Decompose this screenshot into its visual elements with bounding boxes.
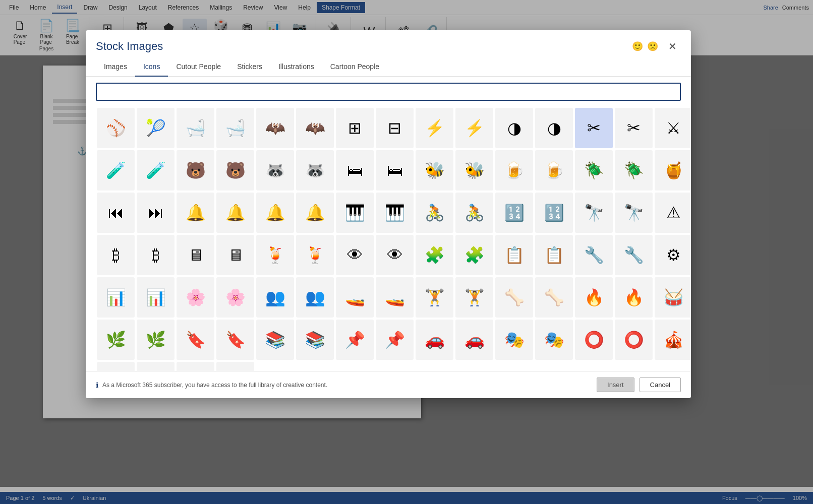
icon-cell-bee[interactable]: 🐝	[416, 150, 453, 191]
icon-cell-bookmark[interactable]: 🔖	[177, 320, 214, 360]
insert-button[interactable]: Insert	[597, 377, 634, 392]
icon-cell-boat2[interactable]: 🚤	[376, 277, 414, 318]
icon-cell-gear[interactable]: ⚙	[655, 235, 691, 275]
icon-cell-bodybuilder[interactable]: 🏋	[416, 277, 453, 318]
icon-cell-circle2[interactable]: ⭕	[615, 320, 653, 360]
icon-cell-books2[interactable]: 📚	[296, 320, 334, 360]
icon-cell-beer-mug[interactable]: 🍺	[535, 150, 573, 191]
icon-cell-car[interactable]: 🚗	[416, 320, 453, 360]
icon-cell-bells[interactable]: 🔔	[256, 193, 294, 233]
icon-cell-beer[interactable]: 🍺	[495, 150, 533, 191]
icon-cell-beetle2[interactable]: 🪲	[615, 150, 653, 191]
icon-cell-bonsai4[interactable]: 🌿	[137, 320, 175, 360]
icon-cell-bells2[interactable]: 🔔	[296, 193, 334, 233]
icon-cell-blender[interactable]: 🍹	[256, 235, 294, 275]
icon-cell-billboard2[interactable]: 🎹	[376, 193, 414, 233]
cancel-button[interactable]: Cancel	[640, 377, 681, 392]
icon-cell-bell[interactable]: 🔔	[177, 193, 214, 233]
icon-grid-container[interactable]: ⚾🎾🛁🛁🦇🦇⊞⊟⚡⚡◑◑✂✂⚔⚔🧪🧪🐻🐻🦝🦝🛏🛏🐝🐝🍺🍺🪲🪲🍯🍯⏮⏭🔔🔔🔔🔔🎹🎹…	[86, 107, 691, 371]
icon-cell-blocks[interactable]: 🧩	[416, 235, 453, 275]
icon-cell-bonfire[interactable]: 🔥	[575, 277, 613, 318]
icon-cell-baseball[interactable]: ⚾	[97, 108, 135, 148]
icon-cell-car2[interactable]: 🚗	[455, 320, 493, 360]
icon-cell-tent[interactable]: 🎪	[655, 320, 691, 360]
icon-cell-target[interactable]: 🎯	[97, 362, 135, 371]
icon-cell-binary[interactable]: 🔢	[495, 193, 533, 233]
icon-cell-flask[interactable]: 🧪	[97, 150, 135, 191]
icon-cell-lightning2[interactable]: ⚡	[455, 108, 493, 148]
icon-cell-chart2[interactable]: 📊	[137, 277, 175, 318]
dialog-close-button[interactable]: ✕	[664, 38, 681, 54]
icon-cell-books[interactable]: 📚	[256, 320, 294, 360]
icon-cell-bone2[interactable]: 🦴	[535, 277, 573, 318]
search-input[interactable]	[96, 83, 681, 101]
icon-cell-bonsai2[interactable]: 🌸	[216, 277, 254, 318]
icon-cell-binoculars2[interactable]: 🔭	[615, 193, 653, 233]
icon-cell-eye-blocked2[interactable]: 👁	[376, 235, 414, 275]
icon-cell-boardroom2[interactable]: 👥	[296, 277, 334, 318]
icon-cell-skip-forward[interactable]: ⏭	[137, 193, 175, 233]
icon-cell-target2[interactable]: 🎯	[137, 362, 175, 371]
icon-cell-blender2[interactable]: 🍹	[296, 235, 334, 275]
icon-cell-bonsai[interactable]: 🌸	[177, 277, 214, 318]
icon-cell-box2[interactable]: 📦	[216, 362, 254, 371]
icon-cell-honey[interactable]: 🍯	[655, 150, 691, 191]
icon-cell-beetle[interactable]: 🪲	[575, 150, 613, 191]
icon-cell-billboard[interactable]: 🎹	[336, 193, 374, 233]
icon-cell-bathtub2[interactable]: 🛁	[216, 108, 254, 148]
icon-cell-pushpin[interactable]: 📌	[336, 320, 374, 360]
icon-cell-bonsai3[interactable]: 🌿	[97, 320, 135, 360]
icon-cell-scissors[interactable]: ✂	[575, 108, 613, 148]
icon-cell-pushpin2[interactable]: 📌	[376, 320, 414, 360]
icon-cell-bonfire2[interactable]: 🔥	[615, 277, 653, 318]
icon-cell-boat[interactable]: 🚤	[336, 277, 374, 318]
icon-cell-drama2[interactable]: 🎭	[535, 320, 573, 360]
icon-cell-bitcoin2[interactable]: ₿	[137, 235, 175, 275]
icon-cell-tools2[interactable]: 🔧	[615, 235, 653, 275]
sad-emoji-btn[interactable]: 🙁	[647, 41, 658, 52]
tab-images[interactable]: Images	[96, 58, 135, 77]
icon-cell-circle[interactable]: ⭕	[575, 320, 613, 360]
icon-cell-monitor2[interactable]: 🖥	[216, 235, 254, 275]
icon-cell-hazard[interactable]: ⚠	[655, 193, 691, 233]
icon-cell-raccoon[interactable]: 🦝	[256, 150, 294, 191]
icon-cell-bone[interactable]: 🦴	[495, 277, 533, 318]
icon-cell-bookmark2[interactable]: 🔖	[216, 320, 254, 360]
icon-cell-drama[interactable]: 🎭	[495, 320, 533, 360]
tab-stickers[interactable]: Stickers	[229, 58, 270, 77]
tab-icons[interactable]: Icons	[135, 58, 168, 77]
icon-cell-monitor[interactable]: 🖥	[177, 235, 214, 275]
icon-cell-blocks2[interactable]: 🧩	[455, 235, 493, 275]
icon-cell-bathtub[interactable]: 🛁	[177, 108, 214, 148]
icon-cell-clipboard2[interactable]: 📋	[535, 235, 573, 275]
icon-cell-clipboard[interactable]: 📋	[495, 235, 533, 275]
icon-cell-cyclist2[interactable]: 🚴	[455, 193, 493, 233]
icon-cell-half-circle[interactable]: ◑	[495, 108, 533, 148]
tab-illustrations[interactable]: Illustrations	[270, 58, 322, 77]
tab-cartoon-people[interactable]: Cartoon People	[322, 58, 387, 77]
icon-cell-flask2[interactable]: 🧪	[137, 150, 175, 191]
icon-cell-swords[interactable]: ⚔	[655, 108, 691, 148]
icon-cell-bodybuilder2[interactable]: 🏋	[455, 277, 493, 318]
tab-cutout-people[interactable]: Cutout People	[168, 58, 229, 77]
icon-cell-polar-bear[interactable]: 🐻	[216, 150, 254, 191]
icon-cell-bee2[interactable]: 🐝	[455, 150, 493, 191]
icon-cell-box[interactable]: 📦	[177, 362, 214, 371]
icon-cell-bed[interactable]: 🛏	[336, 150, 374, 191]
icon-cell-binary2[interactable]: 🔢	[535, 193, 573, 233]
icon-cell-bat[interactable]: 🦇	[256, 108, 294, 148]
icon-cell-grid-plus[interactable]: ⊞	[336, 108, 374, 148]
icon-cell-cyclist[interactable]: 🚴	[416, 193, 453, 233]
icon-cell-raccoon2[interactable]: 🦝	[296, 150, 334, 191]
icon-cell-skip-back[interactable]: ⏮	[97, 193, 135, 233]
icon-cell-bat2[interactable]: 🦇	[296, 108, 334, 148]
icon-cell-eye-blocked[interactable]: 👁	[336, 235, 374, 275]
icon-cell-tools[interactable]: 🔧	[575, 235, 613, 275]
icon-cell-boardroom[interactable]: 👥	[256, 277, 294, 318]
icon-cell-half-circle2[interactable]: ◑	[535, 108, 573, 148]
icon-cell-bell2[interactable]: 🔔	[216, 193, 254, 233]
icon-cell-chart[interactable]: 📊	[97, 277, 135, 318]
icon-cell-bed2[interactable]: 🛏	[376, 150, 414, 191]
icon-cell-scissors2[interactable]: ✂	[615, 108, 653, 148]
happy-emoji-btn[interactable]: 🙂	[632, 41, 643, 52]
